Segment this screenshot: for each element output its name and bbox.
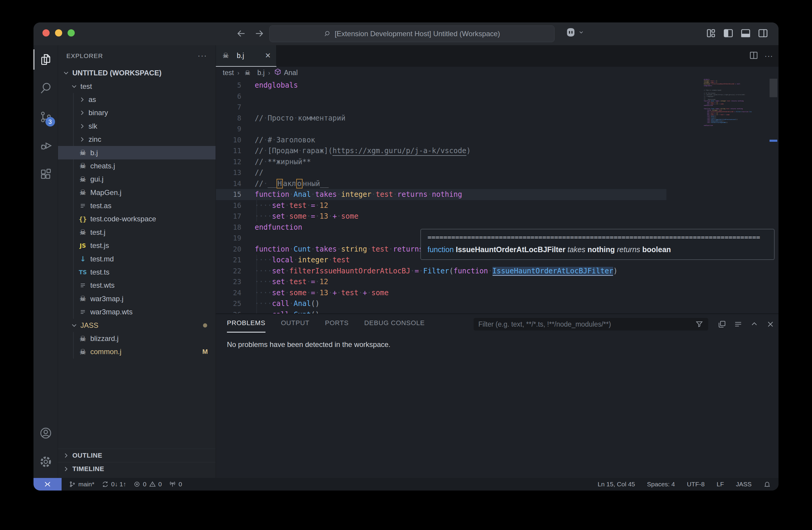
maximize-panel-icon[interactable] xyxy=(749,318,760,330)
tree-item-slk[interactable]: slk xyxy=(58,120,216,133)
tree-item-cheats-j[interactable]: ☠cheats.j xyxy=(58,159,216,173)
code-line-25[interactable]: 25····call·Anal() xyxy=(216,298,666,309)
code-text: //·**жирный** xyxy=(255,158,311,166)
explorer-icon[interactable] xyxy=(33,45,58,74)
toggle-sidebar-icon[interactable] xyxy=(723,28,734,40)
tree-item-war3map-wts[interactable]: war3map.wts xyxy=(58,305,216,318)
command-center-search[interactable]: [Extension Development Host] Untitled (W… xyxy=(270,25,555,42)
close-window-button[interactable] xyxy=(42,29,49,37)
tree-item-test-js[interactable]: JStest.js xyxy=(58,239,216,252)
code-line-16[interactable]: 16····set·test·=·12 xyxy=(216,200,666,211)
tree-item-binary[interactable]: binary xyxy=(58,106,216,119)
forward-arrow-icon[interactable] xyxy=(253,28,265,40)
customize-layout-icon[interactable] xyxy=(706,28,716,40)
tree-item-label: test.as xyxy=(90,202,112,210)
code-line-14[interactable]: 14//·__Наклонный__ xyxy=(216,178,666,189)
editor-more-actions[interactable]: ··· xyxy=(765,52,773,61)
code-line-26[interactable]: 26····call·Cunt() xyxy=(216,309,666,314)
code-line-15[interactable]: 15function·Anal·takes·integer·test·retur… xyxy=(216,189,666,200)
extensions-icon[interactable] xyxy=(33,160,58,189)
minimap[interactable]: globalsinteger test = 3integer some = 3b… xyxy=(704,78,752,313)
code-line-10[interactable]: 10//·#·Заголовок xyxy=(216,134,666,146)
open-in-editor-icon[interactable] xyxy=(716,318,728,330)
panel-tab-ports[interactable]: PORTS xyxy=(325,314,349,333)
settings-gear-icon[interactable] xyxy=(33,447,58,476)
code-editor[interactable]: 5endglobals678//·Просто·комментарий910//… xyxy=(216,78,779,313)
language-mode-status[interactable]: JASS xyxy=(736,481,752,488)
run-debug-icon[interactable] xyxy=(33,131,58,160)
split-editor-icon[interactable] xyxy=(749,51,758,61)
search-view-icon[interactable] xyxy=(33,74,58,103)
filter-funnel-icon[interactable] xyxy=(695,320,704,328)
tree-item-test-code-workspace[interactable]: {}test.code-workspace xyxy=(58,212,216,226)
encoding-status[interactable]: UTF-8 xyxy=(687,481,705,488)
tree-item-mapgen-j[interactable]: ☠MapGen.j xyxy=(58,186,216,199)
source-control-icon[interactable]: 3 xyxy=(33,103,58,131)
problems-status[interactable]: 0 0 xyxy=(133,481,162,488)
tree-item-test-md[interactable]: ↓test.md xyxy=(58,252,216,265)
ts-file-icon: TS xyxy=(78,269,87,275)
tree-item-b-j[interactable]: ☠b.j xyxy=(58,146,216,159)
toggle-secondary-sidebar-icon[interactable] xyxy=(758,28,768,40)
back-arrow-icon[interactable] xyxy=(236,28,247,40)
maximize-window-button[interactable] xyxy=(68,29,75,37)
tree-item-common-j[interactable]: ☠common.jM xyxy=(58,345,216,358)
tree-item-test-ts[interactable]: TStest.ts xyxy=(58,266,216,279)
code-line-23[interactable]: 23····set·test·=·12 xyxy=(216,276,666,287)
problems-filter-input[interactable] xyxy=(478,320,695,328)
tree-item-label: test.ts xyxy=(90,268,110,276)
problems-filter[interactable] xyxy=(474,318,708,330)
code-line-9[interactable]: 9 xyxy=(216,124,666,134)
code-line-6[interactable]: 6 xyxy=(216,91,666,102)
tree-item-blizzard-j[interactable]: ☠blizzard.j xyxy=(58,332,216,345)
code-line-5[interactable]: 5endglobals xyxy=(216,80,666,91)
tree-item-test-as[interactable]: test.as xyxy=(58,199,216,212)
cursor-position[interactable]: Ln 15, Col 45 xyxy=(598,481,635,488)
ports-status[interactable]: 0 xyxy=(169,481,182,488)
breadcrumb-item[interactable]: Anal xyxy=(274,68,298,77)
tree-item-as[interactable]: as xyxy=(58,93,216,106)
breadcrumb-item[interactable]: test xyxy=(223,69,234,77)
code-line-13[interactable]: 13// xyxy=(216,167,666,178)
tree-item-zinc[interactable]: zinc xyxy=(58,133,216,146)
indentation-status[interactable]: Spaces: 4 xyxy=(647,481,675,488)
remote-indicator[interactable] xyxy=(33,478,62,490)
tab-bj[interactable]: ☠ b.j ✕ xyxy=(216,45,277,67)
code-line-17[interactable]: 17····set·some·=·13·+·some xyxy=(216,211,666,222)
panel-tab-problems[interactable]: PROBLEMS xyxy=(227,314,265,333)
minimize-window-button[interactable] xyxy=(55,29,62,37)
code-line-11[interactable]: 11//·[Продам·гараж](https://xgm.guru/p/j… xyxy=(216,145,666,156)
toggle-panel-icon[interactable] xyxy=(740,28,751,40)
close-panel-icon[interactable] xyxy=(765,318,776,330)
sync-status[interactable]: 0↓ 1↑ xyxy=(102,481,126,488)
notifications-bell-icon[interactable] xyxy=(764,481,771,488)
eol-status[interactable]: LF xyxy=(716,481,724,488)
sidebar-section-outline[interactable]: OUTLINE xyxy=(58,449,216,462)
code-line-8[interactable]: 8//·Просто·комментарий xyxy=(216,113,666,124)
code-line-22[interactable]: 22····set·filterIssueHauntOrderAtLocBJ·=… xyxy=(216,266,666,277)
panel-menu-icon[interactable] xyxy=(733,318,744,330)
tree-item-test-wts[interactable]: test.wts xyxy=(58,279,216,292)
tree-item-war3map-j[interactable]: ☠war3map.j xyxy=(58,292,216,305)
jass-file-icon: ☠ xyxy=(78,294,87,303)
account-icon[interactable] xyxy=(33,419,58,447)
code-line-7[interactable]: 7 xyxy=(216,102,666,113)
tree-item-test[interactable]: test xyxy=(58,80,216,93)
code-line-24[interactable]: 24····set·some·=·13·+·test·+·some xyxy=(216,287,666,299)
sidebar-section-timeline[interactable]: TIMELINE xyxy=(58,462,216,475)
tree-item-test-j[interactable]: ☠test.j xyxy=(58,226,216,239)
scrollbar-slider[interactable] xyxy=(770,78,777,97)
tree-item-gui-j[interactable]: ☠gui.j xyxy=(58,173,216,186)
close-tab-icon[interactable]: ✕ xyxy=(265,52,271,60)
code-line-12[interactable]: 12//·**жирный** xyxy=(216,156,666,168)
branch-status[interactable]: main* xyxy=(69,481,95,488)
tree-item-untitled-workspace-[interactable]: UNTITLED (WORKSPACE) xyxy=(58,67,216,80)
explorer-more-actions[interactable]: ··· xyxy=(198,51,207,60)
breadcrumb-item[interactable]: ☠b.j xyxy=(243,69,265,77)
panel-tab-output[interactable]: OUTPUT xyxy=(281,314,309,333)
tree-item-jass[interactable]: JASS xyxy=(58,318,216,332)
copilot-menu[interactable] xyxy=(565,27,584,39)
line-number: 14 xyxy=(216,180,251,188)
editor-scrollbar[interactable] xyxy=(770,78,777,313)
panel-tab-debug-console[interactable]: DEBUG CONSOLE xyxy=(364,314,424,333)
